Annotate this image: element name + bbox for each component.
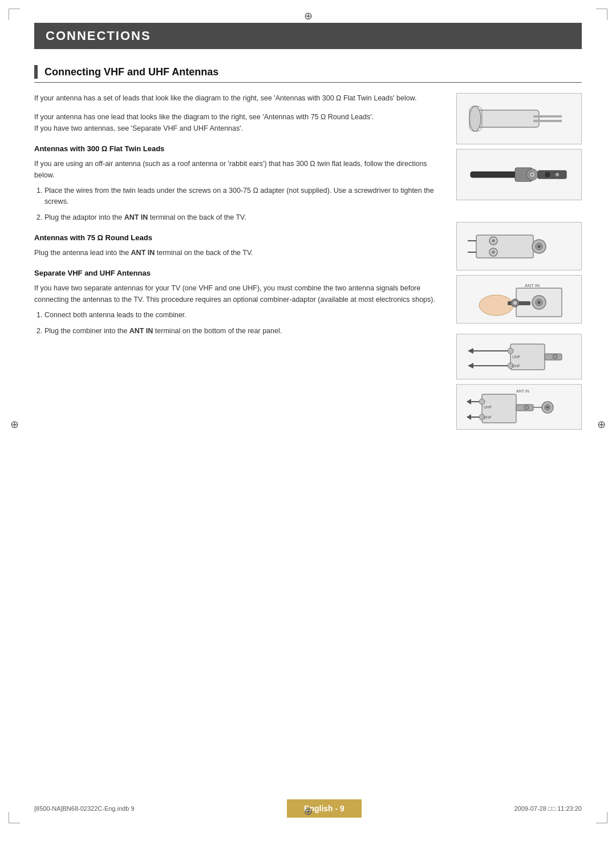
flat-twin-step-2-bold: ANT IN [124, 213, 148, 221]
svg-point-44 [553, 354, 557, 359]
svg-rect-0 [476, 110, 539, 127]
section-heading: Connecting VHF and UHF Antennas [34, 65, 582, 83]
flat-twin-step-1: Place the wires from the twin leads unde… [44, 185, 445, 208]
svg-point-9 [531, 173, 533, 176]
svg-point-3 [469, 106, 481, 131]
svg-marker-50 [468, 363, 473, 369]
svg-point-61 [546, 406, 549, 409]
intro-para-2: If your antenna has one lead that looks … [34, 112, 445, 134]
svg-text:VHF: VHF [512, 364, 520, 368]
separate-step-2-bold: ANT IN [129, 327, 153, 335]
round-leads-ant-in: ANT IN [131, 249, 155, 257]
page: ⊕ ⊕ CONNECTIONS Connecting VHF and UHF A… [0, 0, 616, 849]
crosshair-right-icon: ⊕ [597, 418, 606, 431]
svg-rect-1 [533, 115, 562, 118]
svg-text:ANT IN: ANT IN [525, 283, 540, 288]
page-title-bar: CONNECTIONS [34, 23, 582, 49]
svg-rect-5 [471, 172, 516, 177]
footer-right: 2009-07-28 □□ 11:23:20 [514, 805, 582, 812]
diagram-round-lead [456, 149, 582, 200]
svg-point-56 [524, 405, 529, 410]
flat-twin-step-2: Plug the adaptor into the ANT IN termina… [44, 212, 445, 223]
svg-marker-49 [468, 348, 473, 354]
svg-marker-66 [467, 414, 471, 420]
diagram-ant-in-1: ANT IN [456, 275, 582, 324]
separate-step-2: Plug the combiner into the ANT IN termin… [44, 326, 445, 337]
section-heading-bar [34, 65, 38, 79]
intro-para-2a: If your antenna has one lead that looks … [34, 113, 374, 121]
svg-rect-2 [533, 120, 562, 122]
main-content: If your antenna has a set of leads that … [34, 93, 582, 430]
flat-twin-heading: Antennas with 300 Ω Flat Twin Leads [34, 144, 445, 153]
section-heading-text: Connecting VHF and UHF Antennas [44, 66, 218, 78]
svg-rect-17 [476, 235, 533, 258]
svg-rect-14 [538, 171, 566, 179]
svg-point-41 [508, 348, 513, 354]
crosshair-bottom-icon: ⊕ [304, 805, 313, 818]
svg-marker-65 [467, 399, 471, 405]
svg-point-15 [545, 172, 550, 177]
round-leads-heading: Antennas with 75 Ω Round Leads [34, 233, 445, 242]
svg-text:ANT IN: ANT IN [516, 389, 529, 393]
svg-point-53 [479, 399, 485, 405]
text-column: If your antenna has a set of leads that … [34, 93, 445, 430]
separate-steps: Connect both antenna leads to the combin… [44, 310, 445, 337]
round-leads-body: Plug the antenna lead into the ANT IN te… [34, 248, 445, 258]
svg-point-35 [538, 301, 541, 304]
crosshair-top-icon [302, 10, 314, 22]
svg-point-39 [513, 301, 517, 305]
svg-text:VHF: VHF [484, 415, 492, 419]
separate-step-1: Connect both antenna leads to the combin… [44, 310, 445, 321]
svg-point-16 [556, 173, 559, 176]
footer-left: [8500-NA]BN68-02322C-Eng.indb 9 [34, 805, 135, 812]
corner-mark-tr [596, 9, 607, 20]
diagram-combiner-vhf: UHF VHF [456, 334, 582, 379]
intro-para-2b: If you have two antennas, see 'Separate … [34, 124, 243, 132]
page-title: CONNECTIONS [46, 29, 151, 43]
images-column: ANT IN [456, 93, 582, 430]
svg-point-36 [479, 295, 513, 316]
diagram-combiner-ant-in: ANT IN UHF VHF [456, 384, 582, 430]
intro-para-1: If your antenna has a set of leads that … [34, 93, 445, 104]
flat-twin-steps: Place the wires from the twin leads unde… [44, 185, 445, 223]
crosshair-left-icon: ⊕ [10, 418, 19, 431]
footer-center: English - 9 [287, 799, 362, 818]
separate-heading: Separate VHF and UHF Antennas [34, 269, 445, 277]
svg-text:UHF: UHF [512, 355, 520, 359]
svg-text:UHF: UHF [484, 405, 492, 409]
flat-twin-body: If you are using an off-air antenna (suc… [34, 159, 445, 181]
corner-mark-tl [9, 9, 20, 20]
separate-body: If you have two separate antennas for yo… [34, 283, 445, 305]
svg-point-28 [538, 245, 541, 248]
diagram-flat-antenna [456, 93, 582, 144]
diagram-adapter [456, 222, 582, 270]
